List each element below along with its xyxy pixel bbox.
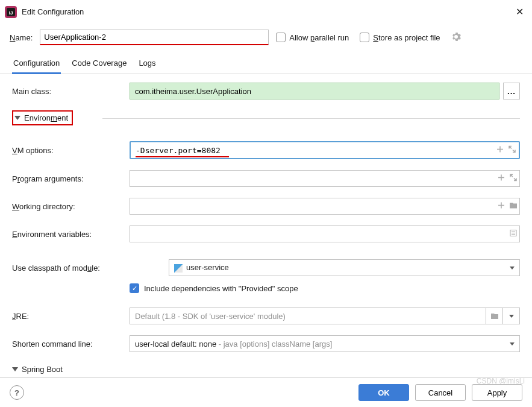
main-class-input[interactable] bbox=[130, 83, 499, 99]
chevron-down-icon bbox=[12, 367, 18, 371]
environment-section-header[interactable]: Environment bbox=[12, 110, 73, 125]
vm-options-row: VM options: bbox=[12, 141, 520, 159]
chevron-down-icon bbox=[14, 116, 20, 120]
jre-label: JRE: bbox=[12, 312, 130, 321]
name-label: Name: bbox=[10, 33, 33, 42]
classpath-row: Use classpath of module: user-service bbox=[12, 259, 520, 276]
program-args-label: Program arguments: bbox=[12, 174, 130, 183]
chevron-down-icon bbox=[510, 342, 515, 345]
vm-options-wrapper bbox=[130, 141, 520, 159]
apply-button[interactable]: Apply bbox=[472, 384, 522, 401]
classpath-label: Use classpath of module: bbox=[12, 263, 169, 273]
name-row: Name: Allow parallel run Store as projec… bbox=[0, 25, 532, 50]
classpath-value: user-service bbox=[186, 263, 229, 272]
cancel-button[interactable]: Cancel bbox=[415, 384, 466, 401]
tab-logs[interactable]: Logs bbox=[137, 56, 157, 74]
shorten-select[interactable]: user-local default: none - java [options… bbox=[130, 335, 520, 352]
env-vars-label: Environment variables: bbox=[12, 230, 130, 239]
spring-boot-label: Spring Boot bbox=[22, 365, 63, 374]
working-dir-label: Working directory: bbox=[12, 202, 130, 211]
tabs: Configuration Code Coverage Logs bbox=[0, 50, 532, 74]
plus-icon[interactable] bbox=[496, 145, 504, 156]
program-args-input[interactable] bbox=[130, 170, 520, 187]
environment-label: Environment bbox=[24, 113, 68, 122]
spring-boot-section-header[interactable]: Spring Boot bbox=[12, 363, 520, 376]
include-deps-row: ✓ Include dependencies with "Provided" s… bbox=[130, 283, 520, 293]
shorten-hint: - java [options] className [args] bbox=[216, 339, 332, 349]
jre-dropdown-button[interactable] bbox=[503, 308, 520, 324]
module-icon bbox=[174, 264, 183, 273]
working-dir-input[interactable] bbox=[130, 198, 520, 215]
titlebar: IJ Edit Configuration ✕ bbox=[0, 0, 532, 25]
jre-row: JRE: Default (1.8 - SDK of 'user-service… bbox=[12, 308, 520, 324]
name-input[interactable] bbox=[40, 30, 269, 45]
jre-browse-button[interactable] bbox=[486, 308, 503, 324]
ok-button[interactable]: OK bbox=[358, 384, 409, 401]
main-class-browse-button[interactable]: ... bbox=[503, 83, 520, 99]
expand-icon[interactable] bbox=[509, 174, 518, 184]
checkbox-icon bbox=[360, 33, 369, 42]
bottom-bar: ? OK Cancel Apply bbox=[0, 377, 532, 407]
store-project-label: Store as project file bbox=[373, 33, 440, 42]
env-vars-input[interactable] bbox=[130, 226, 520, 242]
shorten-row: Shorten command line: user-local default… bbox=[12, 335, 520, 352]
form-area: Main class: ... Environment VM options: … bbox=[0, 74, 532, 376]
include-deps-label: Include dependencies with "Provided" sco… bbox=[144, 284, 298, 293]
allow-parallel-checkbox[interactable]: Allow parallel run bbox=[276, 33, 349, 42]
list-icon[interactable] bbox=[509, 229, 518, 239]
divider bbox=[102, 118, 520, 119]
classpath-select[interactable]: user-service bbox=[169, 259, 520, 276]
window-title: Edit Configuration bbox=[22, 7, 84, 16]
svg-text:IJ: IJ bbox=[9, 10, 13, 16]
plus-icon[interactable] bbox=[497, 201, 505, 212]
vm-options-label: VM options: bbox=[12, 146, 130, 155]
gear-icon[interactable] bbox=[451, 32, 461, 43]
tab-configuration[interactable]: Configuration bbox=[12, 56, 61, 74]
help-button[interactable]: ? bbox=[10, 385, 24, 400]
checkbox-icon bbox=[276, 33, 286, 42]
plus-icon[interactable] bbox=[497, 174, 505, 184]
allow-parallel-label: Allow parallel run bbox=[289, 33, 349, 42]
red-underline bbox=[136, 156, 229, 157]
shorten-value: user-local default: none bbox=[135, 339, 216, 349]
checkbox-checked-icon[interactable]: ✓ bbox=[130, 283, 139, 293]
main-class-row: Main class: ... bbox=[12, 83, 520, 99]
working-dir-row: Working directory: bbox=[12, 198, 520, 215]
env-vars-row: Environment variables: bbox=[12, 226, 520, 242]
folder-icon[interactable] bbox=[509, 201, 518, 212]
program-args-row: Program arguments: bbox=[12, 170, 520, 187]
store-as-project-checkbox[interactable]: Store as project file bbox=[360, 33, 440, 42]
expand-icon[interactable] bbox=[508, 145, 516, 156]
jre-select[interactable]: Default (1.8 - SDK of 'user-service' mod… bbox=[130, 308, 486, 324]
app-icon: IJ bbox=[5, 6, 17, 18]
main-class-label: Main class: bbox=[12, 87, 130, 96]
shorten-label: Shorten command line: bbox=[12, 339, 130, 349]
chevron-down-icon bbox=[510, 267, 515, 270]
close-icon[interactable]: ✕ bbox=[513, 4, 526, 20]
chevron-down-icon bbox=[509, 315, 514, 318]
jre-value: Default (1.8 - SDK of 'user-service' mod… bbox=[135, 312, 286, 321]
tab-code-coverage[interactable]: Code Coverage bbox=[70, 56, 128, 74]
